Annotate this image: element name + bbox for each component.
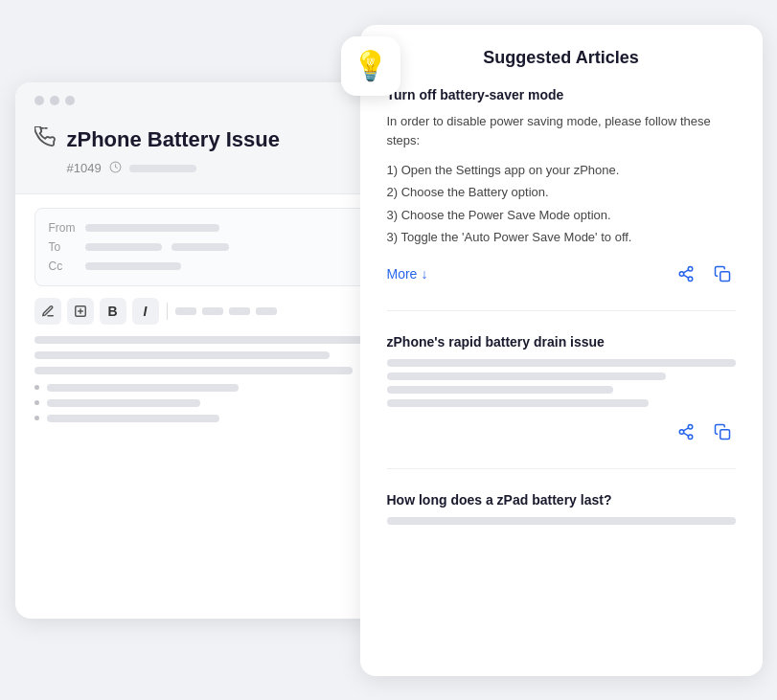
dot-green xyxy=(65,96,75,105)
bullet-dot-1 xyxy=(34,385,39,390)
bullet-bar-2 xyxy=(47,399,200,407)
svg-line-14 xyxy=(683,433,688,436)
scene: zPhone Battery Issue #1049 From xyxy=(15,25,763,676)
meta-bar xyxy=(129,165,196,172)
right-card-title: Suggested Articles xyxy=(387,48,736,68)
bar-b xyxy=(387,373,666,380)
insert-btn[interactable] xyxy=(67,298,94,325)
bar-e xyxy=(387,517,736,525)
svg-line-9 xyxy=(683,270,688,273)
copy-icon-2[interactable] xyxy=(709,418,736,445)
article-2-action-row xyxy=(387,418,736,445)
right-card: Suggested Articles Turn off battery-save… xyxy=(360,25,763,676)
field-cc-bar xyxy=(85,262,181,270)
editor-content xyxy=(34,336,370,374)
step-3: 3) Choose the Power Save Mode option. xyxy=(387,204,736,226)
svg-line-8 xyxy=(683,275,688,278)
svg-rect-10 xyxy=(720,271,729,281)
action-icons-1 xyxy=(673,260,736,287)
dot-yellow xyxy=(50,96,59,105)
field-from-label: From xyxy=(49,221,76,235)
bullet-dot-3 xyxy=(34,416,39,420)
article-1-title: Turn off battery-saver mode xyxy=(387,87,736,102)
italic-btn[interactable]: I xyxy=(132,298,159,325)
share-icon-2[interactable] xyxy=(673,418,699,445)
bullet-bar-1 xyxy=(47,384,239,392)
field-cc-label: Cc xyxy=(49,260,76,273)
article-1-body: In order to disable power saving mode, p… xyxy=(387,112,736,152)
action-icons-2 xyxy=(673,418,736,445)
field-to: To xyxy=(49,237,355,257)
editor-toolbar: B I xyxy=(34,298,370,325)
article-3-bars xyxy=(387,517,736,525)
ticket-title: zPhone Battery Issue xyxy=(67,127,281,152)
article-1: Turn off battery-saver mode In order to … xyxy=(387,87,736,311)
bold-btn[interactable]: B xyxy=(100,298,126,325)
bullet-item-3 xyxy=(34,415,370,422)
lightbulb-emoji: 💡 xyxy=(353,49,388,82)
card-top: zPhone Battery Issue #1049 xyxy=(15,82,389,194)
field-to-bar2 xyxy=(171,243,229,251)
field-to-bar1 xyxy=(85,243,162,251)
article-2-title: zPhone's rapid battery drain issue xyxy=(387,334,736,350)
pen-tool-btn[interactable] xyxy=(34,298,61,325)
article-1-more-row: More ↓ xyxy=(387,260,736,287)
field-to-label: To xyxy=(49,240,76,254)
editor-line-3 xyxy=(34,367,354,374)
toolbar-bar4 xyxy=(256,307,277,315)
article-3-title: How long does a zPad battery last? xyxy=(387,492,736,508)
dot-red xyxy=(34,96,44,105)
toolbar-bar3 xyxy=(229,307,250,315)
bullet-item-2 xyxy=(34,399,370,407)
svg-line-15 xyxy=(683,428,688,431)
ticket-title-row: zPhone Battery Issue xyxy=(34,119,370,157)
card-body: From To Cc xyxy=(15,194,389,436)
more-arrow-icon: ↓ xyxy=(421,266,427,282)
more-link[interactable]: More ↓ xyxy=(387,266,428,282)
bar-a xyxy=(387,359,736,367)
ticket-meta: #1049 xyxy=(34,157,370,184)
step-4: 3) Toggle the 'Auto Power Save Mode' to … xyxy=(387,226,736,248)
clock-icon xyxy=(109,161,122,176)
more-label: More xyxy=(387,266,418,282)
bar-c xyxy=(387,386,614,394)
svg-rect-16 xyxy=(720,429,729,439)
article-2-bars xyxy=(387,359,736,407)
field-from-bar xyxy=(85,224,219,232)
editor-line-1 xyxy=(34,336,370,344)
bullet-item-1 xyxy=(34,384,370,392)
step-1: 1) Open the Settings app on your zPhone. xyxy=(387,159,736,181)
article-3: How long does a zPad battery last? xyxy=(387,492,736,559)
bar-d xyxy=(387,399,649,407)
toolbar-bar1 xyxy=(175,307,196,315)
bullet-list xyxy=(34,384,370,422)
ticket-id: #1049 xyxy=(67,161,102,175)
article-1-steps: 1) Open the Settings app on your zPhone.… xyxy=(387,159,736,249)
toolbar-sep xyxy=(167,303,168,320)
window-dots xyxy=(34,96,370,105)
phone-icon xyxy=(34,126,56,153)
copy-icon-1[interactable] xyxy=(709,260,736,287)
share-icon-1[interactable] xyxy=(673,260,699,287)
bullet-dot-2 xyxy=(34,400,39,405)
editor-line-2 xyxy=(34,351,330,359)
field-from: From xyxy=(49,218,355,237)
fields-section: From To Cc xyxy=(34,208,370,286)
left-card: zPhone Battery Issue #1049 From xyxy=(15,82,389,619)
lightbulb-badge: 💡 xyxy=(341,36,400,96)
bullet-bar-3 xyxy=(47,415,219,422)
article-2: zPhone's rapid battery drain issue xyxy=(387,334,736,469)
field-cc: Cc xyxy=(49,257,355,276)
toolbar-bar2 xyxy=(202,307,223,315)
step-2: 2) Choose the Battery option. xyxy=(387,181,736,203)
